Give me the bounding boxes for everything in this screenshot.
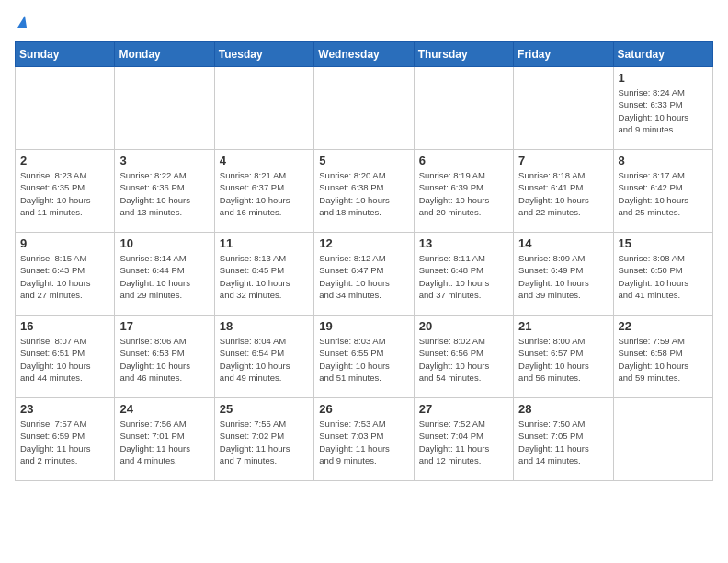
day-info: Sunrise: 7:57 AM Sunset: 6:59 PM Dayligh… — [20, 418, 109, 466]
calendar-cell: 14Sunrise: 8:09 AM Sunset: 6:49 PM Dayli… — [514, 233, 613, 316]
calendar-week-3: 9Sunrise: 8:15 AM Sunset: 6:43 PM Daylig… — [16, 233, 713, 316]
logo-triangle-icon — [17, 16, 27, 28]
day-info: Sunrise: 8:12 AM Sunset: 6:47 PM Dayligh… — [319, 252, 408, 301]
day-number: 7 — [518, 154, 608, 167]
day-info: Sunrise: 8:08 AM Sunset: 6:50 PM Dayligh… — [619, 252, 708, 301]
weekday-header-wednesday: Wednesday — [314, 42, 414, 67]
calendar-cell: 2Sunrise: 8:23 AM Sunset: 6:35 PM Daylig… — [16, 150, 115, 233]
day-number: 6 — [419, 154, 508, 167]
day-info: Sunrise: 8:15 AM Sunset: 6:43 PM Dayligh… — [20, 252, 109, 301]
day-number: 25 — [220, 402, 309, 416]
calendar-cell: 6Sunrise: 8:19 AM Sunset: 6:39 PM Daylig… — [414, 150, 513, 233]
day-info: Sunrise: 8:23 AM Sunset: 6:35 PM Dayligh… — [20, 169, 109, 218]
day-info: Sunrise: 7:56 AM Sunset: 7:01 PM Dayligh… — [119, 418, 209, 466]
calendar-cell: 27Sunrise: 7:52 AM Sunset: 7:04 PM Dayli… — [414, 398, 513, 481]
day-number: 26 — [319, 402, 408, 416]
day-info: Sunrise: 8:22 AM Sunset: 6:36 PM Dayligh… — [119, 169, 209, 218]
day-info: Sunrise: 8:09 AM Sunset: 6:49 PM Dayligh… — [518, 252, 608, 301]
calendar-cell: 17Sunrise: 8:06 AM Sunset: 6:53 PM Dayli… — [115, 316, 214, 398]
day-number: 19 — [319, 319, 408, 333]
day-info: Sunrise: 8:18 AM Sunset: 6:41 PM Dayligh… — [518, 169, 608, 218]
calendar-cell: 9Sunrise: 8:15 AM Sunset: 6:43 PM Daylig… — [16, 233, 115, 316]
day-info: Sunrise: 7:55 AM Sunset: 7:02 PM Dayligh… — [220, 418, 309, 466]
calendar-cell — [314, 67, 414, 150]
weekday-header-row: SundayMondayTuesdayWednesdayThursdayFrid… — [16, 42, 713, 67]
calendar-cell: 16Sunrise: 8:07 AM Sunset: 6:51 PM Dayli… — [16, 316, 115, 398]
day-number: 5 — [319, 154, 408, 167]
weekday-header-sunday: Sunday — [16, 42, 115, 67]
calendar-cell: 10Sunrise: 8:14 AM Sunset: 6:44 PM Dayli… — [115, 233, 214, 316]
calendar-cell: 13Sunrise: 8:11 AM Sunset: 6:48 PM Dayli… — [414, 233, 513, 316]
day-number: 17 — [119, 319, 209, 333]
calendar-cell: 23Sunrise: 7:57 AM Sunset: 6:59 PM Dayli… — [16, 398, 115, 481]
calendar-cell — [214, 67, 313, 150]
weekday-header-friday: Friday — [514, 42, 613, 67]
day-info: Sunrise: 8:06 AM Sunset: 6:53 PM Dayligh… — [119, 335, 209, 384]
calendar-cell: 15Sunrise: 8:08 AM Sunset: 6:50 PM Dayli… — [613, 233, 712, 316]
day-number: 24 — [119, 402, 209, 416]
day-info: Sunrise: 8:17 AM Sunset: 6:42 PM Dayligh… — [619, 169, 708, 218]
day-info: Sunrise: 8:07 AM Sunset: 6:51 PM Dayligh… — [20, 335, 109, 384]
weekday-header-thursday: Thursday — [414, 42, 513, 67]
calendar-cell: 28Sunrise: 7:50 AM Sunset: 7:05 PM Dayli… — [514, 398, 613, 481]
day-number: 10 — [119, 236, 209, 250]
calendar-week-1: 1Sunrise: 8:24 AM Sunset: 6:33 PM Daylig… — [16, 67, 713, 150]
calendar-cell — [115, 67, 214, 150]
day-info: Sunrise: 8:00 AM Sunset: 6:57 PM Dayligh… — [518, 335, 608, 384]
day-number: 21 — [518, 319, 608, 333]
day-number: 1 — [619, 71, 708, 85]
day-number: 22 — [619, 319, 708, 333]
day-info: Sunrise: 8:20 AM Sunset: 6:38 PM Dayligh… — [319, 169, 408, 218]
calendar-cell — [514, 67, 613, 150]
day-number: 28 — [518, 402, 608, 416]
day-info: Sunrise: 7:59 AM Sunset: 6:58 PM Dayligh… — [619, 335, 708, 384]
calendar-cell — [414, 67, 513, 150]
day-info: Sunrise: 7:52 AM Sunset: 7:04 PM Dayligh… — [419, 418, 508, 466]
logo-blue — [15, 15, 27, 30]
day-number: 16 — [20, 319, 109, 333]
calendar-cell — [613, 398, 712, 481]
day-number: 23 — [20, 402, 109, 416]
calendar-cell: 21Sunrise: 8:00 AM Sunset: 6:57 PM Dayli… — [514, 316, 613, 398]
calendar-cell: 11Sunrise: 8:13 AM Sunset: 6:45 PM Dayli… — [214, 233, 313, 316]
calendar-cell: 12Sunrise: 8:12 AM Sunset: 6:47 PM Dayli… — [314, 233, 414, 316]
calendar-week-4: 16Sunrise: 8:07 AM Sunset: 6:51 PM Dayli… — [16, 316, 713, 398]
day-number: 27 — [419, 402, 508, 416]
calendar-week-2: 2Sunrise: 8:23 AM Sunset: 6:35 PM Daylig… — [16, 150, 713, 233]
calendar-cell: 8Sunrise: 8:17 AM Sunset: 6:42 PM Daylig… — [613, 150, 712, 233]
day-number: 12 — [319, 236, 408, 250]
weekday-header-saturday: Saturday — [613, 42, 712, 67]
day-info: Sunrise: 8:13 AM Sunset: 6:45 PM Dayligh… — [220, 252, 309, 301]
day-number: 20 — [419, 319, 508, 333]
calendar-cell — [16, 67, 115, 150]
calendar-cell: 18Sunrise: 8:04 AM Sunset: 6:54 PM Dayli… — [214, 316, 313, 398]
calendar-cell: 19Sunrise: 8:03 AM Sunset: 6:55 PM Dayli… — [314, 316, 414, 398]
logo — [15, 15, 27, 30]
day-number: 9 — [20, 236, 109, 250]
calendar-table: SundayMondayTuesdayWednesdayThursdayFrid… — [15, 41, 713, 481]
calendar-cell: 20Sunrise: 8:02 AM Sunset: 6:56 PM Dayli… — [414, 316, 513, 398]
day-info: Sunrise: 8:03 AM Sunset: 6:55 PM Dayligh… — [319, 335, 408, 384]
calendar-cell: 4Sunrise: 8:21 AM Sunset: 6:37 PM Daylig… — [214, 150, 313, 233]
weekday-header-monday: Monday — [115, 42, 214, 67]
calendar-cell: 1Sunrise: 8:24 AM Sunset: 6:33 PM Daylig… — [613, 67, 712, 150]
calendar-week-5: 23Sunrise: 7:57 AM Sunset: 6:59 PM Dayli… — [16, 398, 713, 481]
calendar-cell: 3Sunrise: 8:22 AM Sunset: 6:36 PM Daylig… — [115, 150, 214, 233]
day-info: Sunrise: 8:24 AM Sunset: 6:33 PM Dayligh… — [619, 86, 708, 135]
day-number: 3 — [119, 154, 209, 167]
calendar-cell: 22Sunrise: 7:59 AM Sunset: 6:58 PM Dayli… — [613, 316, 712, 398]
day-number: 8 — [619, 154, 708, 167]
day-number: 15 — [619, 236, 708, 250]
day-info: Sunrise: 8:02 AM Sunset: 6:56 PM Dayligh… — [419, 335, 508, 384]
day-info: Sunrise: 8:04 AM Sunset: 6:54 PM Dayligh… — [220, 335, 309, 384]
day-number: 2 — [20, 154, 109, 167]
page-header — [15, 15, 713, 30]
day-info: Sunrise: 7:53 AM Sunset: 7:03 PM Dayligh… — [319, 418, 408, 466]
day-info: Sunrise: 8:11 AM Sunset: 6:48 PM Dayligh… — [419, 252, 508, 301]
day-number: 11 — [220, 236, 309, 250]
calendar-cell: 7Sunrise: 8:18 AM Sunset: 6:41 PM Daylig… — [514, 150, 613, 233]
day-number: 13 — [419, 236, 508, 250]
day-info: Sunrise: 8:14 AM Sunset: 6:44 PM Dayligh… — [119, 252, 209, 301]
day-number: 4 — [220, 154, 309, 167]
calendar-cell: 26Sunrise: 7:53 AM Sunset: 7:03 PM Dayli… — [314, 398, 414, 481]
